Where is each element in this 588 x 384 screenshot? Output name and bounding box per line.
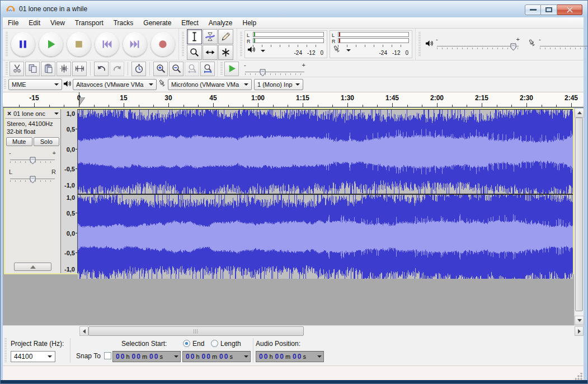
slider-thumb[interactable] [30, 157, 36, 165]
horizontal-scroll-thumb[interactable] [88, 326, 304, 336]
field-dropdown-icon[interactable] [243, 355, 250, 358]
playback-speed-slider[interactable]: -+ [244, 63, 305, 77]
playback-device-combo[interactable]: Altavoces (VMware VMa [73, 79, 157, 90]
multi-tool-button[interactable] [218, 45, 233, 60]
record-button[interactable] [150, 32, 175, 57]
play-button[interactable] [39, 32, 63, 57]
slider-thumb[interactable] [260, 69, 266, 77]
minimize-button[interactable] [525, 4, 541, 15]
timeshift-tool-button[interactable] [203, 45, 218, 60]
menu-effect[interactable]: Effect [176, 18, 203, 28]
pan-slider[interactable]: LR [9, 170, 56, 184]
envelope-tool-button[interactable] [203, 29, 218, 44]
snap-to-checkbox[interactable] [104, 352, 111, 359]
resize-grip[interactable] [575, 373, 582, 380]
undo-button[interactable] [94, 62, 109, 76]
maximize-button[interactable] [541, 4, 557, 15]
horizontal-scrollbar[interactable] [79, 326, 584, 335]
play-at-speed-button[interactable] [224, 62, 239, 76]
vertical-scroll-thumb[interactable] [575, 118, 583, 311]
toolbar-gripper[interactable] [182, 32, 184, 57]
selection-tool-button[interactable] [187, 29, 202, 44]
recording-device-combo[interactable]: Micrófono (VMware VMa [168, 79, 252, 90]
menu-transport[interactable]: Transport [70, 18, 109, 28]
copy-button[interactable] [25, 62, 40, 76]
cut-button[interactable] [10, 62, 24, 76]
titlebar[interactable]: 01 lone once in a while [1, 1, 587, 17]
slider-thumb[interactable] [30, 176, 36, 184]
track-name[interactable]: 01 lone onc [13, 110, 53, 117]
audio-host-combo[interactable]: MME [8, 79, 62, 90]
selection-end-field[interactable]: 00h00m00s [182, 351, 251, 362]
waveform-channel-left[interactable] [78, 110, 573, 194]
output-volume-slider[interactable]: -+ [436, 37, 520, 51]
close-button[interactable] [557, 4, 582, 15]
vertical-scale-ruler[interactable]: 1,00,50,0-0,5-1,0 1,00,50,0-0,5-1,0 [61, 109, 78, 273]
field-dropdown-icon[interactable] [173, 355, 180, 358]
recording-meter[interactable]: LR-24-120 [330, 30, 412, 58]
scroll-up-button[interactable] [575, 108, 584, 118]
toolbar-gripper[interactable] [418, 32, 421, 57]
toolbar-gripper[interactable] [220, 62, 223, 75]
ruler-tick [168, 103, 169, 107]
toolbar-gripper[interactable] [6, 32, 8, 57]
toolbar-gripper[interactable] [4, 79, 6, 90]
recording-channels-combo[interactable]: 1 (Mono) Inpu [254, 79, 303, 90]
scroll-down-button[interactable] [575, 316, 584, 325]
toolbar-gripper[interactable] [6, 62, 8, 75]
toolbar-gripper[interactable] [240, 32, 242, 57]
slider-max-label: + [516, 36, 520, 43]
scroll-right-button[interactable] [575, 326, 584, 336]
redo-button[interactable] [110, 62, 124, 76]
chevron-down-icon [48, 355, 52, 358]
zoom-tool-button[interactable] [187, 45, 202, 60]
audio-position-field[interactable]: 00h00m00s [256, 351, 324, 362]
length-radio[interactable]: Length [211, 340, 241, 348]
waveform-channel-right[interactable] [78, 195, 573, 279]
fit-project-button[interactable] [200, 62, 215, 76]
meter-scale-value: -24 [379, 50, 387, 56]
sync-lock-button[interactable] [131, 62, 146, 76]
gain-slider[interactable]: -+ [9, 151, 56, 165]
mute-button[interactable]: Mute [6, 137, 32, 146]
solo-button[interactable]: Solo [34, 137, 60, 146]
stop-button[interactable] [67, 32, 91, 57]
menu-view[interactable]: View [45, 18, 70, 28]
skip-to-end-button[interactable] [123, 32, 147, 57]
meter-scale: -24-120 [294, 50, 323, 56]
slider-thumb[interactable] [510, 43, 516, 51]
skip-to-start-button[interactable] [95, 32, 119, 57]
timeline-ruler[interactable]: -1501530451:001:151:301:452:002:152:302:… [3, 92, 584, 107]
menu-help[interactable]: Help [238, 18, 262, 28]
ruler-label: 1:30 [341, 94, 354, 102]
menu-generate[interactable]: Generate [138, 18, 176, 28]
input-volume-slider[interactable]: -+ [539, 37, 588, 51]
menu-analyze[interactable]: Analyze [204, 18, 238, 28]
window-bottom-edge [1, 380, 587, 383]
recording-meter-menu[interactable] [332, 45, 354, 56]
zoom-out-button[interactable] [169, 62, 184, 76]
menu-file[interactable]: File [3, 18, 23, 28]
selection-start-field[interactable]: 00h00m00s [112, 351, 181, 362]
playback-meter[interactable]: LR-24-120 [244, 30, 327, 58]
draw-tool-button[interactable] [218, 29, 233, 44]
scale-value: 0,5 [67, 210, 75, 217]
project-rate-combo[interactable]: 44100 [11, 351, 55, 362]
zoom-in-button[interactable] [153, 62, 168, 76]
menu-edit[interactable]: Edit [23, 18, 45, 28]
field-dropdown-icon[interactable] [316, 355, 323, 358]
menu-tracks[interactable]: Tracks [109, 18, 139, 28]
scroll-left-button[interactable] [79, 326, 88, 336]
track-close-button[interactable]: × [5, 110, 13, 118]
end-radio[interactable]: End [183, 340, 204, 348]
vertical-scrollbar[interactable] [574, 108, 584, 325]
track-menu-icon[interactable] [54, 113, 59, 115]
track-collapse-button[interactable] [14, 263, 51, 271]
paste-button[interactable] [41, 62, 55, 76]
silence-audio-button[interactable] [72, 62, 87, 76]
fit-selection-button[interactable] [185, 62, 199, 76]
pause-button[interactable] [11, 32, 35, 57]
toolbar-gripper[interactable] [4, 338, 7, 363]
trim-audio-button[interactable] [57, 62, 71, 76]
playback-meter-menu[interactable] [247, 45, 268, 56]
